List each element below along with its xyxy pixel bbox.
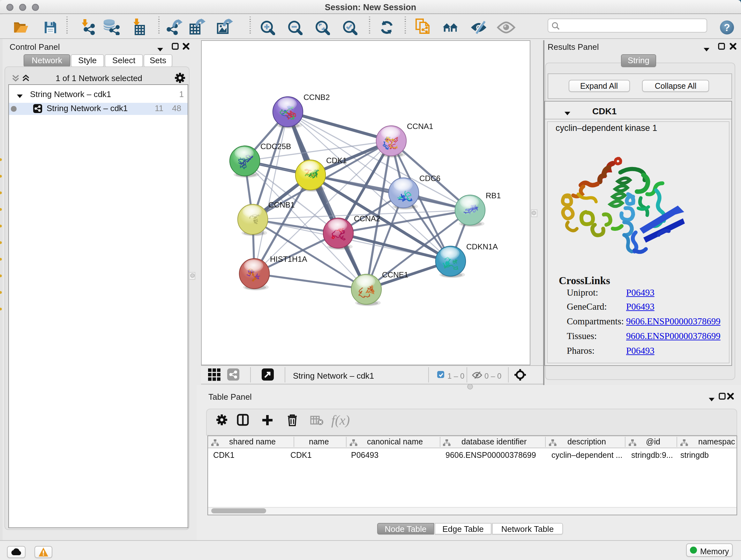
svg-text:?: ?	[724, 22, 730, 33]
svg-text:CCNA2: CCNA2	[354, 214, 380, 223]
svg-text:CCNE1: CCNE1	[382, 270, 408, 279]
svg-text:HIST1H1A: HIST1H1A	[270, 254, 307, 263]
svg-text:CDKN1A: CDKN1A	[466, 242, 498, 251]
svg-text:CCNB1: CCNB1	[268, 200, 294, 209]
svg-text:RB1: RB1	[485, 191, 500, 199]
svg-text:CDK1: CDK1	[326, 156, 347, 165]
svg-text:CDC6: CDC6	[419, 174, 440, 182]
svg-text:CCNA1: CCNA1	[407, 122, 433, 130]
svg-text:CDC25B: CDC25B	[260, 142, 291, 150]
svg-text:CCNB2: CCNB2	[303, 92, 330, 101]
